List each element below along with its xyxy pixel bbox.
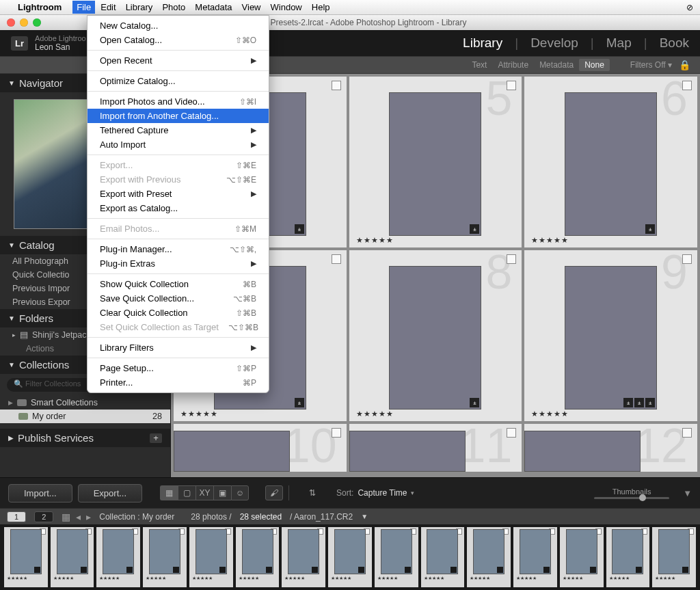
painter-tool-button[interactable]: 🖌 <box>265 485 283 500</box>
rating-stars[interactable]: ★★★★★ <box>189 576 213 581</box>
rating-stars[interactable]: ★★★★★ <box>51 576 74 581</box>
status-icon[interactable]: ⊘ <box>686 3 693 12</box>
filmstrip-cell[interactable]: ★★★★★ <box>606 527 650 587</box>
compare-view-button[interactable]: XY <box>196 485 213 500</box>
filmstrip-thumbnail[interactable] <box>57 529 88 574</box>
filmstrip-cell[interactable]: ★★★★★ <box>421 527 465 587</box>
filmstrip-cell[interactable]: ★★★★★ <box>375 527 418 587</box>
flag-icon[interactable] <box>507 81 516 90</box>
filmstrip-thumbnail[interactable] <box>381 529 412 574</box>
toolbar-chevron-icon[interactable]: ▼ <box>683 488 692 498</box>
filter-tab-metadata[interactable]: Metadata <box>534 59 579 71</box>
flag-icon[interactable] <box>507 428 516 438</box>
menu-item-library-filters[interactable]: Library Filters▶ <box>88 340 269 355</box>
grid-view-button[interactable]: ▦ <box>160 485 178 500</box>
filmstrip-thumbnail[interactable] <box>566 529 597 574</box>
menu-item-export-with-preset[interactable]: Export with Preset▶ <box>88 187 269 201</box>
flag-icon[interactable] <box>332 254 341 264</box>
menu-item-open-recent[interactable]: Open Recent▶ <box>88 53 269 68</box>
menu-view[interactable]: View <box>238 1 265 14</box>
grid-cell[interactable]: 5±★★★★★ <box>349 77 522 247</box>
rating-stars[interactable]: ★★★★★ <box>143 576 166 581</box>
badge-icon[interactable]: ± <box>645 224 655 234</box>
filmstrip-cell[interactable]: ★★★★★ <box>652 527 696 587</box>
module-map[interactable]: Map <box>606 36 632 51</box>
filters-off-toggle[interactable]: Filters Off ▾ <box>630 60 672 70</box>
menu-item-page-setup[interactable]: Page Setup...⇧⌘P <box>88 361 269 375</box>
filmstrip-thumbnail[interactable] <box>288 529 319 574</box>
rating-stars[interactable]: ★★★★★ <box>421 576 444 581</box>
rating-stars[interactable]: ★★★★★ <box>236 576 259 581</box>
rating-stars[interactable]: ★★★★★ <box>652 576 675 581</box>
filmstrip-thumbnail[interactable] <box>196 529 227 574</box>
sort-direction-button[interactable]: ⇅ <box>304 485 321 500</box>
thumbnail-image[interactable] <box>349 431 466 472</box>
filmstrip-thumbnail[interactable] <box>334 529 366 574</box>
menu-item-clear-quick-collection[interactable]: Clear Quick Collection⇧⌘B <box>88 306 269 320</box>
grid-cell[interactable]: 10 <box>174 424 347 472</box>
publish-plus-button[interactable]: + <box>150 433 162 443</box>
grid-cell[interactable]: 8±★★★★★ <box>349 250 522 421</box>
filter-tab-attribute[interactable]: Attribute <box>492 59 534 71</box>
thumbnail-image[interactable]: ± <box>389 92 481 236</box>
filmstrip-cell[interactable]: ★★★★★ <box>513 527 557 587</box>
loupe-view-button[interactable]: ▢ <box>178 485 196 500</box>
grid-icon[interactable]: ▦ <box>62 511 70 522</box>
filmstrip-thumbnail[interactable] <box>10 529 42 574</box>
menu-edit[interactable]: Edit <box>96 1 120 14</box>
filmstrip-cell[interactable]: ★★★★★ <box>282 527 325 587</box>
rating-stars[interactable]: ★★★★★ <box>375 576 398 581</box>
close-window-button[interactable] <box>7 18 15 27</box>
filmstrip-cell[interactable]: ★★★★★ <box>96 527 140 587</box>
menubar-app-name[interactable]: Lightroom <box>18 2 62 12</box>
filmstrip-cell[interactable]: ★★★★★ <box>560 527 604 587</box>
people-view-button[interactable]: ☺ <box>231 485 249 500</box>
menu-item-import-from-another-catalog[interactable]: Import from Another Catalog... <box>88 109 269 123</box>
smart-collections-row[interactable]: ▶Smart Collections <box>0 396 170 410</box>
menu-help[interactable]: Help <box>308 1 334 14</box>
flag-icon[interactable] <box>682 81 692 90</box>
filmstrip-thumbnail[interactable] <box>149 529 180 574</box>
filmstrip-thumbnail[interactable] <box>242 529 273 574</box>
rating-stars[interactable]: ★★★★★ <box>282 576 305 581</box>
flag-icon[interactable] <box>332 81 341 90</box>
filmstrip-thumbnail[interactable] <box>473 529 504 574</box>
chevron-down-icon[interactable]: ▼ <box>361 513 368 520</box>
flag-icon[interactable] <box>682 428 692 438</box>
filmstrip-thumbnail[interactable] <box>658 529 690 574</box>
menu-item-new-catalog[interactable]: New Catalog... <box>88 18 269 33</box>
module-library[interactable]: Library <box>463 36 502 51</box>
filmstrip-cell[interactable]: ★★★★★ <box>51 527 94 587</box>
filmstrip-thumbnail[interactable] <box>612 529 643 574</box>
menu-item-export-as-catalog[interactable]: Export as Catalog... <box>88 201 269 215</box>
nav-forward-icon[interactable]: ▸ <box>86 511 91 522</box>
filter-tab-none[interactable]: None <box>579 59 610 71</box>
badge-icon[interactable]: ± <box>634 398 644 407</box>
my-order-collection-row[interactable]: My order28 <box>0 410 170 423</box>
rating-stars[interactable]: ★★★★★ <box>513 576 537 581</box>
thumbnail-image[interactable] <box>524 431 641 472</box>
menu-item-plug-in-extras[interactable]: Plug-in Extras▶ <box>88 256 269 271</box>
rating-stars[interactable]: ★★★★★ <box>560 576 583 581</box>
menu-item-optimize-catalog[interactable]: Optimize Catalog... <box>88 74 269 88</box>
filmstrip-cell[interactable]: ★★★★★ <box>4 527 48 587</box>
screen-2-button[interactable]: 2 <box>34 511 53 522</box>
rating-stars[interactable]: ★★★★★ <box>356 410 394 418</box>
flag-icon[interactable] <box>507 254 516 264</box>
filter-tab-text[interactable]: Text <box>466 59 492 71</box>
thumbnail-image[interactable]: ±±± <box>565 266 657 410</box>
filmstrip-cell[interactable]: ★★★★★ <box>189 527 233 587</box>
module-book[interactable]: Book <box>660 36 689 51</box>
nav-back-icon[interactable]: ◂ <box>76 511 81 522</box>
thumbnail-size-slider[interactable]: Thumbnails <box>594 487 669 499</box>
publish-services-panel-header[interactable]: ▶Publish Services+ <box>0 429 170 447</box>
menu-item-printer[interactable]: Printer...⌘P <box>88 375 269 390</box>
menu-metadata[interactable]: Metadata <box>191 1 236 14</box>
menu-item-open-catalog[interactable]: Open Catalog...⇧⌘O <box>88 33 269 47</box>
rating-stars[interactable]: ★★★★★ <box>531 236 569 245</box>
import-button[interactable]: Import... <box>8 484 72 502</box>
menu-window[interactable]: Window <box>267 1 306 14</box>
rating-stars[interactable]: ★★★★★ <box>180 410 218 418</box>
rating-stars[interactable]: ★★★★★ <box>96 576 120 581</box>
zoom-window-button[interactable] <box>33 18 41 27</box>
